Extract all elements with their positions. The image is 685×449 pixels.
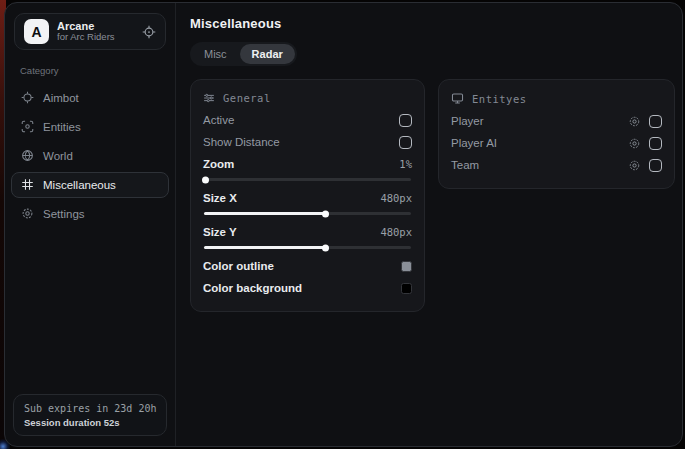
slider-fill (204, 212, 326, 215)
gear-icon[interactable] (628, 159, 641, 172)
panel-entities-header: Entityes (451, 92, 662, 105)
app-subtitle: for Arc Riders (57, 32, 115, 43)
size-y-slider[interactable] (203, 243, 412, 252)
row-show-distance: Show Distance (203, 131, 412, 153)
player-ai-checkbox[interactable] (649, 137, 662, 150)
row-controls (628, 159, 662, 172)
subscription-box: Sub expires in 23d 20h Session duration … (13, 394, 167, 436)
row-size-x: Size X 480px (203, 187, 412, 209)
tab-bar: Misc Radar (190, 42, 297, 66)
scan-eye-icon (21, 120, 34, 133)
slider-track (204, 212, 411, 215)
zoom-slider[interactable] (203, 175, 412, 184)
row-color-outline: Color outline (203, 255, 412, 277)
slider-fill (204, 178, 206, 181)
row-label: Zoom (203, 158, 234, 170)
crosshair-icon[interactable] (142, 25, 156, 39)
row-label: Team (451, 159, 479, 171)
panels-row: General Active Show Distance Zoom 1% (190, 79, 675, 312)
sidebar-item-aimbot[interactable]: Aimbot (11, 85, 169, 111)
row-controls (628, 137, 662, 150)
panel-general-header: General (203, 92, 412, 104)
gear-icon (21, 207, 34, 220)
sidebar-item-world[interactable]: World (11, 143, 169, 169)
grid-icon (21, 178, 34, 191)
tab-radar[interactable]: Radar (240, 44, 295, 64)
panel-general: General Active Show Distance Zoom 1% (190, 79, 425, 312)
sidebar-item-miscellaneous[interactable]: Miscellaneous (11, 172, 169, 198)
row-label: Color outline (203, 260, 274, 272)
sidebar: A Arcane for Arc Riders Category (5, 3, 176, 446)
show-distance-checkbox[interactable] (399, 136, 412, 149)
sidebar-item-label: World (43, 150, 73, 162)
panel-title: Entityes (472, 93, 527, 105)
panel-entities: Entityes Player P (438, 79, 675, 189)
panel-title: General (223, 92, 271, 104)
session-duration-text: Session duration 52s (24, 417, 156, 428)
gear-icon[interactable] (628, 137, 641, 150)
slider-track (204, 178, 411, 181)
gear-icon[interactable] (628, 115, 641, 128)
size-y-value: 480px (380, 226, 412, 238)
sliders-icon (203, 92, 215, 104)
slider-fill (204, 246, 326, 249)
monitor-icon (451, 92, 464, 105)
row-label: Show Distance (203, 136, 280, 148)
app-window: A Arcane for Arc Riders Category (4, 2, 683, 447)
crosshair-icon (21, 91, 34, 104)
zoom-value: 1% (399, 158, 412, 170)
row-team: Team (451, 154, 662, 176)
row-controls (628, 115, 662, 128)
row-active: Active (203, 109, 412, 131)
player-checkbox[interactable] (649, 115, 662, 128)
team-checkbox[interactable] (649, 159, 662, 172)
row-size-y: Size Y 480px (203, 221, 412, 243)
row-color-background: Color background (203, 277, 412, 299)
sidebar-nav: Aimbot Entities World (5, 83, 175, 228)
sidebar-item-label: Entities (43, 121, 81, 133)
category-label: Category (20, 65, 160, 76)
row-label: Active (203, 114, 234, 126)
globe-icon (21, 149, 34, 162)
sidebar-item-label: Aimbot (43, 92, 79, 104)
row-label: Size X (203, 192, 237, 204)
size-x-slider[interactable] (203, 209, 412, 218)
sidebar-item-label: Settings (43, 208, 85, 220)
main-content: Miscellaneous Misc Radar Gene (176, 3, 683, 446)
logo-text: Arcane for Arc Riders (57, 20, 115, 44)
size-x-value: 480px (380, 192, 412, 204)
tab-misc[interactable]: Misc (192, 44, 239, 64)
color-background-swatch[interactable] (401, 283, 412, 294)
app-logo: A (24, 19, 49, 44)
sidebar-item-label: Miscellaneous (43, 179, 116, 191)
color-outline-swatch[interactable] (401, 261, 412, 272)
slider-track (204, 246, 411, 249)
page-title: Miscellaneous (190, 16, 675, 31)
row-label: Size Y (203, 226, 237, 238)
sub-expires-text: Sub expires in 23d 20h (24, 403, 156, 414)
row-zoom: Zoom 1% (203, 153, 412, 175)
row-label: Color background (203, 282, 302, 294)
sidebar-item-entities[interactable]: Entities (11, 114, 169, 140)
sidebar-item-settings[interactable]: Settings (11, 201, 169, 227)
logo-card: A Arcane for Arc Riders (14, 13, 166, 50)
row-label: Player (451, 115, 484, 127)
row-player-ai: Player AI (451, 132, 662, 154)
row-player: Player (451, 110, 662, 132)
row-label: Player AI (451, 137, 497, 149)
active-checkbox[interactable] (399, 114, 412, 127)
